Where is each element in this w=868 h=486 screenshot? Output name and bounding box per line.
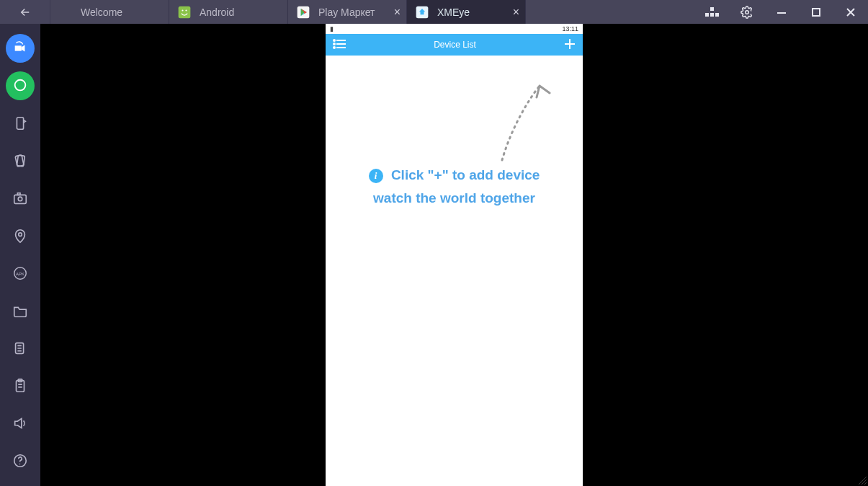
window-controls [695,0,868,24]
svg-rect-8 [710,7,714,11]
title-bar: Welcome Android Play Маркет × XMEye × [0,0,868,24]
empty-state: i Click "+" to add device watch the worl… [326,56,583,486]
shake-icon[interactable] [6,146,35,175]
camera-icon[interactable] [6,34,35,63]
tab-welcome[interactable]: Welcome [50,0,169,24]
svg-rect-18 [17,193,20,195]
close-icon[interactable]: × [394,6,401,19]
svg-rect-15 [17,155,24,167]
xmeye-icon [414,4,430,20]
add-device-button[interactable] [564,38,576,52]
home-icon [58,4,73,20]
back-button[interactable] [0,0,50,24]
svg-rect-5 [705,13,709,17]
titlebar-spacer [526,0,695,24]
svg-rect-10 [777,12,786,14]
tab-label: Play Маркет [318,6,375,18]
tab-play-market[interactable]: Play Маркет × [288,0,407,24]
resize-grip[interactable] [856,474,867,485]
tab-label: Welcome [81,6,122,18]
svg-point-19 [19,233,22,237]
apk-icon[interactable]: APK [6,259,35,288]
settings-button[interactable] [730,0,764,24]
svg-point-27 [334,40,335,41]
svg-point-1 [182,9,183,11]
tab-android[interactable]: Android [169,0,288,24]
copy-icon[interactable] [6,334,35,363]
folder-icon[interactable] [6,296,35,325]
empty-hint: i Click "+" to add device watch the worl… [326,164,583,211]
location-icon[interactable] [6,221,35,250]
help-icon[interactable] [6,446,35,475]
sidebar: APK [0,24,40,486]
svg-rect-7 [715,13,719,17]
hint-line-1: Click "+" to add device [391,167,540,182]
info-icon: i [369,169,383,183]
svg-point-26 [19,464,20,464]
keyboard-button[interactable] [695,0,730,24]
svg-point-31 [334,47,335,48]
svg-rect-13 [17,118,23,130]
appbar-title: Device List [346,40,564,50]
svg-point-9 [746,10,749,14]
stage: ▮ 13:11 Device List i Click "+" to add d… [40,24,868,486]
status-time: 13:11 [562,25,578,32]
phone-status-bar: ▮ 13:11 [326,24,583,34]
arrow-hint-icon [495,77,552,164]
tab-xmeye[interactable]: XMEye × [407,0,526,24]
svg-text:APK: APK [16,272,24,276]
android-icon [176,4,192,20]
minimize-button[interactable] [764,0,799,24]
hint-line-2: watch the world together [326,187,583,210]
svg-point-2 [185,9,187,11]
battery-icon: ▮ [330,25,334,32]
svg-rect-11 [813,9,820,16]
maximize-button[interactable] [799,0,833,24]
menu-icon[interactable] [333,39,346,51]
play-store-icon [295,4,311,20]
phone-frame: ▮ 13:11 Device List i Click "+" to add d… [326,24,583,486]
app-bar: Device List [326,34,583,56]
rotate-icon[interactable] [6,109,35,138]
volume-icon[interactable] [6,409,35,438]
chat-icon[interactable] [6,71,35,100]
close-icon[interactable]: × [513,6,519,19]
clipboard-icon[interactable] [6,371,35,400]
close-window-button[interactable] [833,0,868,24]
svg-rect-6 [710,13,714,17]
svg-rect-16 [14,195,27,203]
tab-label: Android [200,6,234,18]
svg-point-17 [18,197,22,201]
svg-point-29 [334,43,335,45]
screenshot-icon[interactable] [6,184,35,213]
tab-label: XMEye [437,6,470,18]
svg-rect-0 [179,6,191,18]
